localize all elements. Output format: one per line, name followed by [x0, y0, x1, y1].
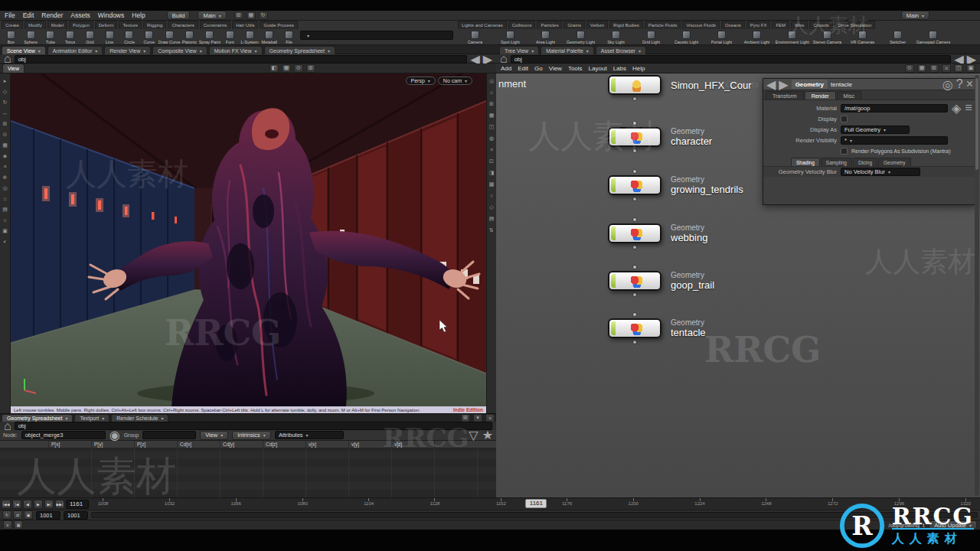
node-input-connector[interactable] [632, 265, 637, 269]
menu-item[interactable]: Render [41, 11, 63, 19]
viewport-tool-icon[interactable]: ☼ [1, 216, 9, 224]
shelf-tab[interactable]: Particle Fluids [645, 21, 681, 29]
shelf-tool[interactable]: Curve [139, 29, 158, 45]
shelf-tool[interactable]: Environment Light [775, 29, 809, 45]
playhead-marker[interactable]: 1161 [525, 499, 547, 508]
shelf-tab[interactable]: Particles [537, 21, 562, 29]
shelf-tool[interactable]: Sphere [21, 29, 41, 45]
transport-button[interactable]: ▶ [34, 500, 43, 509]
viewport-header-icon[interactable]: ⊞ [306, 64, 315, 73]
column-header[interactable]: Cd[z] [263, 441, 306, 448]
menu-item[interactable]: Help [132, 11, 145, 19]
parameter-tab[interactable]: Render [805, 91, 836, 99]
shelf-tool[interactable]: Spot Light [493, 29, 528, 45]
shelf-tool[interactable]: Portal Light [704, 29, 739, 45]
column-header[interactable]: P[y] [92, 441, 135, 448]
node-input-connector[interactable] [632, 217, 637, 222]
status-bar-button[interactable]: ▦ [14, 520, 23, 530]
shelf-tool[interactable]: Circle [120, 29, 139, 45]
node-chooser-icon[interactable]: ◈ [952, 101, 961, 116]
shelf-tab[interactable]: Crowds [809, 21, 832, 29]
viewport-render-area[interactable]: Persp No cam [11, 73, 486, 406]
parameter-tab[interactable]: Misc [837, 91, 861, 99]
help-icon[interactable]: ? [956, 77, 963, 91]
column-header[interactable]: P[z] [135, 441, 178, 448]
shelf-tool[interactable]: VR Cameras [845, 29, 880, 45]
node-body[interactable] [608, 175, 662, 195]
shelf-tab[interactable]: Vellum [586, 21, 608, 29]
shelf-tool[interactable]: Stereo Camera [810, 29, 844, 45]
shelf-tab[interactable]: Hair Utils [232, 21, 258, 29]
viewport-display-icon[interactable]: ⊡ [488, 157, 496, 165]
shelf-tool[interactable]: Caustic Light [669, 29, 704, 45]
node-display-flag[interactable] [611, 78, 616, 92]
node-body[interactable] [608, 271, 662, 291]
shelf-tab[interactable]: Texture [119, 21, 142, 29]
pane-control-icon[interactable]: ▾ [473, 414, 482, 422]
menu-item[interactable]: Assets [70, 11, 90, 19]
range-start-field[interactable]: 1001 [36, 511, 60, 520]
param-node-name[interactable]: tentacle [831, 81, 852, 88]
shelf-tool[interactable]: Font [220, 29, 240, 45]
network-path-field[interactable]: obj [511, 55, 952, 64]
menu-item[interactable]: Layout [589, 65, 607, 72]
close-icon[interactable]: × [966, 77, 973, 91]
shelf-tool[interactable]: Torus [60, 29, 80, 45]
menu-item[interactable]: Tools [568, 65, 583, 72]
viewport-header-icon[interactable]: ⊙ [294, 64, 303, 73]
parameter-sub-tab[interactable]: Geometry [878, 158, 911, 166]
viewport-display-icon[interactable]: ⇅ [488, 226, 496, 234]
range-end-field[interactable]: 1001 [64, 511, 88, 520]
pin-icon[interactable]: ◎ [942, 77, 953, 92]
shelf-tab[interactable]: Rigging [143, 21, 166, 29]
node-display-flag[interactable] [611, 178, 616, 192]
pane-tab[interactable]: Render View [104, 46, 151, 54]
menubar-icon[interactable]: ↻ [259, 11, 268, 20]
shelf-tab[interactable]: Wire [791, 21, 808, 29]
transport-button[interactable]: |◀ [12, 500, 21, 509]
shelf-tool[interactable]: Gamepad Camera [916, 29, 950, 45]
viewport-view-tab[interactable]: View [2, 64, 24, 73]
viewport-tool-icon[interactable]: ⊞ [1, 119, 9, 128]
network-editor-canvas[interactable]: nment Objects Simon_HFX_Cour [496, 73, 980, 497]
node-output-connector[interactable] [632, 245, 637, 249]
pane-tab[interactable]: Material Palette [541, 46, 594, 54]
shelf-tool[interactable]: Ambient Light [740, 29, 774, 45]
shelf-tab[interactable]: Pyro FX [746, 21, 771, 29]
viewport-tool-icon[interactable]: ▦ [1, 141, 9, 149]
menu-item[interactable]: Add [501, 65, 511, 72]
pane-tab[interactable]: Textport [74, 414, 109, 422]
viewport-tool-icon[interactable]: ≡ [1, 162, 9, 171]
transport-button[interactable]: ▶▶| [55, 500, 64, 509]
shelf-tool[interactable]: Tube [41, 29, 60, 45]
node-input-connector[interactable] [632, 312, 637, 317]
pane-control-icon[interactable]: × [485, 414, 495, 422]
node-input-connector[interactable] [632, 121, 637, 126]
pane-tab[interactable]: Animation Editor [47, 46, 103, 54]
menu-item[interactable]: Labs [613, 65, 626, 72]
viewport-tool-icon[interactable]: ◇ [1, 87, 9, 96]
camera-selector[interactable]: No cam [438, 77, 472, 85]
network-toolbar-icon[interactable]: ⊙ [905, 64, 914, 73]
shelf-tool[interactable]: Line [100, 29, 119, 45]
shelf-tab[interactable]: Deform [95, 21, 118, 29]
network-toolbar-icon[interactable]: ◫ [954, 64, 963, 73]
attributes-filter-field[interactable]: Attributes [275, 431, 344, 439]
shelf-tool[interactable]: L-System [240, 29, 260, 45]
shelf-tab[interactable]: Rigid Bodies [609, 21, 643, 29]
render-visibility-field[interactable]: * [841, 136, 948, 145]
shelf-tab[interactable]: Modify [24, 21, 46, 29]
status-bar-button[interactable]: ≡ [3, 520, 12, 530]
parameter-tab[interactable]: Transform [766, 91, 804, 99]
scrollbar-thumb[interactable] [975, 78, 978, 170]
shelf-tool[interactable]: Geometry Light [564, 29, 598, 45]
column-header[interactable]: v[y] [349, 441, 392, 448]
shelf-tool[interactable]: Metaball [260, 29, 279, 45]
node-display-flag[interactable] [611, 321, 616, 335]
node-output-connector[interactable] [632, 148, 637, 153]
shelf-tab[interactable]: Characters [168, 21, 198, 29]
viewport-display-icon[interactable]: ⊞ [488, 99, 496, 108]
network-toolbar-icon[interactable]: ⊞ [929, 64, 939, 73]
intrinsics-dropdown-button[interactable]: Intrinsics [232, 431, 271, 440]
shelf-tool[interactable]: Box [2, 29, 21, 45]
